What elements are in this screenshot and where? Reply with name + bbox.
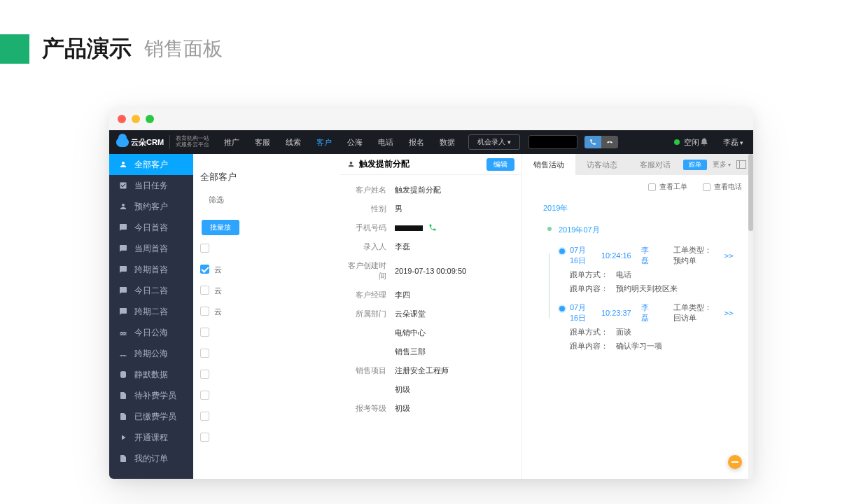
field-value: 初级 bbox=[395, 384, 514, 395]
tab-1[interactable]: 访客动态 bbox=[575, 154, 629, 175]
sidebar-label: 跨期二咨 bbox=[134, 306, 168, 318]
sidebar-item-11[interactable]: 待补费学员 bbox=[109, 385, 193, 406]
field-label: 报考等级 bbox=[347, 403, 395, 414]
sidebar-item-4[interactable]: 当周首咨 bbox=[109, 238, 193, 259]
nav-item-1[interactable]: 客服 bbox=[247, 130, 278, 154]
hangup-icon[interactable] bbox=[601, 136, 618, 148]
row-checkbox[interactable] bbox=[200, 349, 209, 358]
sidebar-item-14[interactable]: 我的订单 bbox=[109, 448, 193, 469]
header-checkbox[interactable] bbox=[200, 244, 209, 253]
user-menu[interactable]: 李磊 bbox=[723, 137, 744, 148]
batch-button[interactable]: 批量放 bbox=[202, 220, 239, 235]
tab-bar: 销售活动 访客动态 客服对话 跟单 更多 bbox=[522, 154, 753, 175]
layout-icon[interactable] bbox=[736, 160, 746, 169]
window-titlebar bbox=[109, 108, 753, 130]
field-row: 客户经理李四 bbox=[347, 286, 514, 304]
call-icon[interactable] bbox=[584, 136, 601, 148]
row-checkbox[interactable] bbox=[200, 265, 209, 274]
nav-item-0[interactable]: 推广 bbox=[216, 130, 247, 154]
sidebar-label: 静默数据 bbox=[134, 369, 168, 381]
tab-2[interactable]: 客服对话 bbox=[629, 154, 682, 175]
follow-tag[interactable]: 跟单 bbox=[683, 160, 707, 170]
sidebar-item-2[interactable]: 预约客户 bbox=[109, 196, 193, 217]
minimize-dot[interactable] bbox=[132, 115, 140, 123]
play-icon bbox=[119, 433, 127, 442]
sidebar-item-7[interactable]: 跨期二咨 bbox=[109, 301, 193, 322]
sidebar-item-13[interactable]: 开通课程 bbox=[109, 427, 193, 448]
chat-icon bbox=[119, 286, 127, 295]
sidebar-item-0[interactable]: 全部客户 bbox=[109, 154, 193, 175]
field-label: 客户创建时间 bbox=[347, 260, 395, 281]
nav-item-7[interactable]: 数据 bbox=[432, 130, 463, 154]
row-checkbox[interactable] bbox=[200, 412, 209, 421]
nav-item-5[interactable]: 电话 bbox=[370, 130, 401, 154]
sidebar-item-3[interactable]: 今日首咨 bbox=[109, 217, 193, 238]
nav-item-3[interactable]: 客户 bbox=[309, 130, 340, 154]
sidebar-item-5[interactable]: 跨期首咨 bbox=[109, 259, 193, 280]
status-dot bbox=[674, 139, 680, 145]
scrollbar[interactable] bbox=[748, 154, 753, 479]
view-orders-checkbox[interactable]: 查看工单 bbox=[648, 182, 687, 192]
sidebar-item-6[interactable]: 今日二咨 bbox=[109, 280, 193, 301]
doc-icon bbox=[119, 412, 127, 421]
nav-item-4[interactable]: 公海 bbox=[340, 130, 370, 154]
sidebar-item-12[interactable]: 已缴费学员 bbox=[109, 406, 193, 427]
sidebar-label: 已缴费学员 bbox=[134, 411, 176, 423]
nav-item-2[interactable]: 线索 bbox=[278, 130, 309, 154]
row-checkbox[interactable] bbox=[200, 286, 209, 295]
field-label: 性别 bbox=[347, 204, 395, 214]
status: 空闲 bbox=[674, 137, 699, 148]
sea-icon bbox=[119, 349, 127, 358]
view-calls-checkbox[interactable]: 查看电话 bbox=[703, 182, 742, 192]
more-menu[interactable]: 更多 bbox=[713, 160, 731, 169]
sidebar-label: 我的订单 bbox=[134, 453, 168, 465]
chat-icon bbox=[119, 223, 127, 232]
bell-icon[interactable] bbox=[699, 136, 709, 148]
sidebar-item-8[interactable]: 今日公海 bbox=[109, 322, 193, 343]
slide-subtitle: 销售面板 bbox=[144, 36, 223, 62]
row-checkbox[interactable] bbox=[200, 328, 209, 337]
list-column: 全部客户 筛选 批量放 云 云 云 bbox=[193, 154, 340, 479]
zoom-dot[interactable] bbox=[146, 115, 154, 123]
sidebar-item-10[interactable]: 静默数据 bbox=[109, 364, 193, 385]
event-expand[interactable]: >> bbox=[724, 251, 734, 260]
chat-icon bbox=[119, 244, 127, 253]
field-value: 初级 bbox=[395, 403, 514, 414]
phone-icon[interactable] bbox=[428, 223, 437, 233]
detail-panel: 触发提前分配 编辑 客户姓名触发提前分配性别男手机号码录入人李磊客户创建时间20… bbox=[340, 154, 753, 479]
workspace: 全部客户 当日任务 预约客户 今日首咨 当周首咨 跨期首咨 今日二咨 跨期二咨 … bbox=[109, 154, 753, 479]
field-label: 客户经理 bbox=[347, 290, 395, 300]
chat-icon bbox=[119, 307, 127, 316]
fab-button[interactable] bbox=[728, 455, 742, 469]
sidebar-label: 当日任务 bbox=[134, 180, 168, 192]
row-checkbox[interactable] bbox=[200, 391, 209, 400]
search-input[interactable] bbox=[528, 135, 578, 149]
row-checkbox[interactable] bbox=[200, 433, 209, 442]
sidebar-item-9[interactable]: 跨期公海 bbox=[109, 343, 193, 364]
call-controls[interactable] bbox=[584, 136, 618, 148]
field-row: 所属部门云朵课堂 bbox=[347, 304, 514, 323]
edit-button[interactable]: 编辑 bbox=[486, 158, 514, 171]
opportunity-button[interactable]: 机会录入 bbox=[468, 134, 520, 150]
list-row[interactable]: 云 bbox=[214, 265, 222, 275]
logo-tagline: 教育机构一站 式服务云平台 bbox=[176, 136, 209, 148]
close-dot[interactable] bbox=[118, 115, 126, 123]
list-row[interactable]: 云 bbox=[214, 307, 222, 317]
nav-item-6[interactable]: 报名 bbox=[401, 130, 432, 154]
timeline: 2019年 2019年07月 07月16日10:24:16李磊工单类型：预约单>… bbox=[522, 199, 753, 360]
field-row: 初级 bbox=[347, 380, 514, 399]
doc-icon bbox=[119, 391, 127, 400]
timeline-event: 07月16日10:24:16李磊工单类型：预约单>>跟单方式：电话跟单内容：预约… bbox=[570, 245, 734, 294]
row-checkbox[interactable] bbox=[200, 370, 209, 379]
tab-0[interactable]: 销售活动 bbox=[522, 154, 575, 175]
event-date: 07月16日 bbox=[570, 245, 592, 266]
list-row[interactable]: 云 bbox=[214, 286, 222, 296]
row-checkbox[interactable] bbox=[200, 307, 209, 316]
person-icon bbox=[347, 158, 355, 171]
field-value: 云朵课堂 bbox=[395, 309, 514, 319]
user-icon bbox=[119, 160, 127, 169]
sidebar-item-1[interactable]: 当日任务 bbox=[109, 175, 193, 196]
sidebar-label: 开通课程 bbox=[134, 432, 168, 444]
event-expand[interactable]: >> bbox=[724, 309, 734, 318]
slide-title: 产品演示 bbox=[42, 34, 132, 64]
